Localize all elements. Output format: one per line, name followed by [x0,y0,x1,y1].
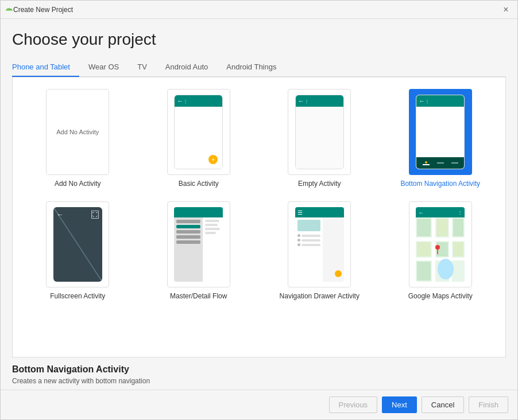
svg-point-13 [438,259,454,279]
tab-wear-os[interactable]: Wear OS [79,58,128,77]
create-project-dialog: Create New Project × Choose your project… [0,0,518,420]
expand-icon: ⛶ [91,211,99,219]
svg-rect-4 [432,217,435,282]
md-header [174,207,223,217]
activity-label: Navigation Drawer Activity [280,292,359,300]
active-indicator [425,161,427,164]
master-detail-thumbnail [167,201,230,287]
md-content-line [205,224,218,226]
nd-item-icon [297,243,300,246]
md-list-item [176,225,200,228]
svg-point-14 [435,245,440,250]
maps-menu-icon: ⋮ [458,210,462,215]
nd-body [295,217,344,282]
nd-item-icon [297,239,300,242]
svg-rect-3 [416,258,465,260]
maps-body [416,217,465,282]
md-list-item [176,235,200,239]
nav-drawer-thumbnail: ☰ [288,201,351,287]
md-content-line [205,220,219,222]
activity-grid-container: Add No Activity Add No Activity ← ⋮ [12,77,506,357]
phone-body [296,107,343,169]
tab-android-auto[interactable]: Android Auto [156,58,217,77]
nd-item-icon [297,234,300,237]
android-logo-icon [5,6,13,14]
list-item[interactable]: ← ⋮ + Basic Activity [138,82,260,195]
list-item[interactable]: Master/Detail Flow [138,195,260,307]
menu-dots-icon: ⋮ [425,99,430,104]
basic-activity-image: ← ⋮ + [174,95,223,169]
nd-header: ☰ [295,207,344,217]
md-content-line [205,228,220,230]
back-arrow-icon: ← [298,98,304,104]
phone-header: ← ⋮ [175,95,222,107]
fullscreen-thumbnail: ← ⛶ [46,201,109,287]
tab-tv[interactable]: TV [128,58,156,77]
hamburger-icon: ☰ [297,209,303,216]
activity-info-section: Bottom Navigation Activity Creates a new… [12,357,506,390]
finish-button[interactable]: Finish [469,396,508,413]
dialog-content: Choose your project Phone and Tablet Wea… [1,19,517,390]
selected-activity-description: Creates a new activity with bottom navig… [12,377,506,385]
cancel-button[interactable]: Cancel [422,396,464,413]
back-arrow-icon: ← [418,209,424,216]
back-arrow-icon: ← [177,98,183,104]
basic-activity-thumbnail: ← ⋮ + [167,89,230,175]
bottom-nav-item-3 [451,162,458,164]
svg-rect-2 [416,238,465,241]
svg-rect-6 [417,219,431,236]
md-list-item [176,240,200,244]
tab-android-things[interactable]: Android Things [217,58,285,77]
maps-image: ← ⋮ [416,207,465,282]
md-list-item [176,230,200,234]
menu-dots-icon: ⋮ [304,99,310,104]
nav-line [437,162,444,164]
master-detail-image [174,207,223,282]
nd-drawer-item [297,239,320,242]
empty-activity-thumbnail: ← ⋮ [288,89,351,175]
next-button[interactable]: Next [382,396,417,413]
back-arrow-icon: ← [57,211,64,219]
activity-label: Google Maps Activity [408,292,473,300]
activity-label: Basic Activity [179,180,219,188]
bottom-nav-thumbnail: ← ⋮ [409,89,472,175]
title-bar-text: Create New Project [13,6,499,14]
list-item[interactable]: ← ⛶ Fullscreen Activity [17,195,138,307]
activity-label: Add No Activity [55,180,101,188]
list-item[interactable]: ← ⋮ [380,82,501,195]
nd-item-label [301,235,320,237]
list-item[interactable]: ← ⋮ Empty Activity [259,82,380,195]
bottom-nav-image: ← ⋮ [416,95,465,169]
activity-label: Master/Detail Flow [170,292,227,300]
tab-phone-tablet[interactable]: Phone and Tablet [12,58,79,77]
activity-label: Fullscreen Activity [50,292,105,300]
activity-grid: Add No Activity Add No Activity ← ⋮ [17,82,501,307]
md-content-line [205,232,216,234]
list-item[interactable]: ☰ [259,195,380,307]
close-button[interactable]: × [499,3,513,17]
activity-label: Bottom Navigation Activity [400,180,480,188]
no-activity-thumbnail: Add No Activity [46,89,109,175]
list-item[interactable]: ← ⋮ [380,195,501,307]
fullscreen-image: ← ⛶ [53,207,102,282]
nd-item-label [301,244,320,246]
nav-drawer-image: ☰ [295,207,344,282]
bottom-nav-footer [416,157,464,169]
nd-drawer-item [297,243,320,246]
previous-button[interactable]: Previous [329,396,378,413]
nav-line [451,162,458,164]
phone-header: ← ⋮ [296,95,343,107]
maps-header: ← ⋮ [416,207,465,217]
fab-icon: + [208,155,218,164]
nd-drawer-header [297,220,320,231]
bottom-nav-item-1 [423,161,430,165]
list-item[interactable]: Add No Activity Add No Activity [17,82,138,195]
nd-drawer [295,217,323,282]
selected-activity-title: Bottom Navigation Activity [12,364,506,375]
maps-thumbnail: ← ⋮ [409,201,472,287]
svg-rect-8 [453,219,463,236]
bottom-nav-item-2 [437,162,444,164]
no-activity-label-inner: Add No Activity [56,129,99,135]
svg-rect-7 [436,219,448,236]
menu-dots-icon: ⋮ [183,99,188,104]
